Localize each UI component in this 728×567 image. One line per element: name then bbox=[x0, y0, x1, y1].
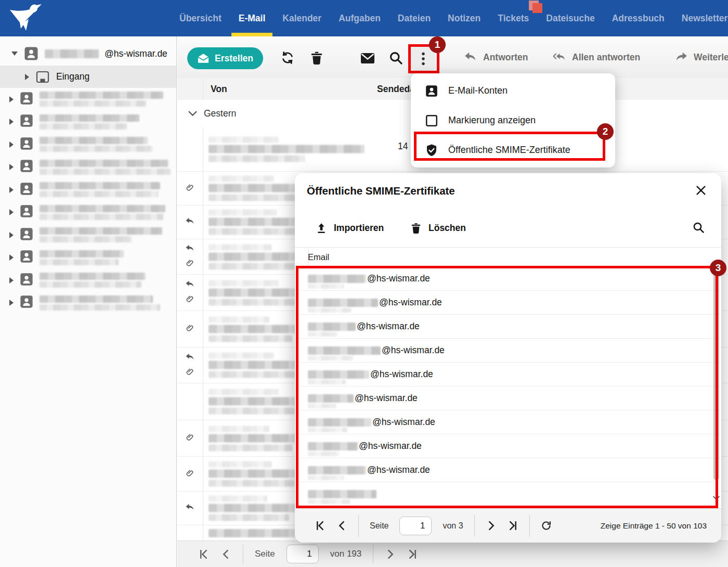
account-avatar-icon bbox=[19, 113, 34, 130]
tab-tickets[interactable]: Tickets bbox=[498, 0, 529, 36]
reply-all-button[interactable]: Allen antworten bbox=[553, 49, 640, 65]
redacted-line bbox=[209, 195, 299, 201]
account-item[interactable] bbox=[0, 178, 176, 201]
import-button[interactable]: Importieren bbox=[316, 221, 384, 235]
app-logo-bird-icon[interactable] bbox=[8, 3, 43, 34]
refresh-icon[interactable] bbox=[280, 50, 295, 65]
tab-e-mail[interactable]: E-Mail bbox=[239, 0, 266, 36]
account-item[interactable] bbox=[0, 247, 176, 269]
account-item-active[interactable]: @hs-wismar.de bbox=[0, 42, 176, 66]
certificate-row[interactable]: @hs-wismar.de bbox=[295, 363, 721, 386]
account-item[interactable] bbox=[0, 201, 176, 224]
account-item[interactable] bbox=[0, 88, 176, 111]
cert-page-input[interactable] bbox=[399, 517, 432, 535]
next-page-icon[interactable] bbox=[486, 520, 497, 531]
tab--bersicht[interactable]: Übersicht bbox=[179, 0, 222, 36]
account-item[interactable] bbox=[0, 269, 176, 292]
reply-button[interactable]: Antworten bbox=[464, 49, 528, 65]
certificate-row[interactable] bbox=[295, 482, 721, 506]
column-date[interactable]: Sendeda bbox=[377, 78, 415, 100]
certificate-row[interactable]: @hs-wismar.de bbox=[295, 410, 721, 434]
column-email[interactable]: Email bbox=[308, 248, 329, 266]
expand-caret-icon[interactable] bbox=[9, 209, 14, 215]
expand-caret-icon[interactable] bbox=[9, 119, 14, 125]
email-domain: @hs-wismar.de bbox=[379, 297, 442, 308]
redacted-account-name bbox=[40, 160, 171, 175]
certificate-row[interactable]: @hs-wismar.de bbox=[295, 339, 721, 363]
scroll-down-icon[interactable] bbox=[713, 496, 720, 500]
redacted-line bbox=[308, 428, 347, 432]
mail-icon[interactable] bbox=[360, 52, 375, 65]
redacted-line bbox=[40, 250, 124, 257]
menu-item-markierung-anzeigen[interactable]: Markierung anzeigen bbox=[411, 106, 615, 135]
first-page-icon[interactable] bbox=[315, 520, 326, 531]
expand-caret-icon[interactable] bbox=[9, 277, 14, 283]
certificate-row[interactable]: @hs-wismar.de bbox=[295, 458, 721, 482]
tab-aufgaben[interactable]: Aufgaben bbox=[339, 0, 381, 36]
inbox-icon bbox=[36, 71, 49, 83]
compose-button[interactable]: Erstellen bbox=[187, 47, 263, 69]
certificate-row[interactable]: @hs-wismar.de bbox=[295, 386, 721, 410]
attachment-icon bbox=[185, 259, 195, 269]
delete-icon[interactable] bbox=[309, 50, 324, 65]
account-item[interactable] bbox=[0, 292, 176, 315]
column-from[interactable]: Von bbox=[211, 78, 227, 100]
tab-label: Dateien bbox=[398, 13, 431, 24]
tab-newsletter[interactable]: Newsletter bbox=[682, 0, 728, 36]
expand-caret-icon[interactable] bbox=[9, 254, 14, 261]
expand-caret-icon[interactable] bbox=[9, 141, 14, 148]
redacted-account-name bbox=[45, 49, 99, 58]
tab-notizen[interactable]: Notizen bbox=[448, 0, 480, 36]
certificate-row[interactable]: @hs-wismar.de bbox=[295, 434, 721, 458]
reply-status-icon bbox=[185, 353, 195, 364]
redacted-line bbox=[209, 145, 365, 153]
account-avatar-icon bbox=[19, 159, 34, 175]
tab-dateisuche[interactable]: Dateisuche bbox=[546, 0, 594, 36]
expand-caret-icon[interactable] bbox=[9, 187, 14, 193]
redacted-account-name bbox=[40, 205, 165, 220]
mail-row-status-icons bbox=[177, 525, 203, 540]
prev-page-icon[interactable] bbox=[336, 520, 347, 531]
scrollbar-track[interactable] bbox=[713, 268, 719, 505]
page-input[interactable] bbox=[287, 545, 319, 563]
redacted-line bbox=[209, 389, 279, 395]
scrollbar-thumb[interactable] bbox=[713, 268, 719, 480]
reload-icon[interactable] bbox=[541, 520, 552, 531]
search-icon[interactable] bbox=[388, 50, 403, 65]
tab-label: E-Mail bbox=[239, 13, 266, 24]
mail-row-status-icons bbox=[177, 383, 203, 420]
account-avatar-icon bbox=[19, 136, 34, 153]
redacted-line bbox=[40, 146, 153, 152]
search-certs-icon[interactable] bbox=[692, 221, 705, 234]
expand-caret-icon[interactable] bbox=[25, 74, 29, 80]
account-item[interactable] bbox=[0, 224, 176, 247]
last-page-icon[interactable] bbox=[407, 549, 418, 560]
expand-caret-icon[interactable] bbox=[9, 300, 14, 306]
close-icon[interactable] bbox=[695, 185, 707, 196]
menu-item-smime-zertifikate[interactable]: Öffentliche SMIME-Zertifikate bbox=[411, 135, 615, 165]
account-avatar-icon bbox=[19, 294, 34, 311]
expand-caret-icon[interactable] bbox=[9, 96, 14, 102]
redacted-line bbox=[209, 514, 289, 521]
tab-kalender[interactable]: Kalender bbox=[282, 0, 321, 36]
expand-caret-icon[interactable] bbox=[9, 232, 14, 238]
prev-page-icon[interactable] bbox=[220, 549, 231, 560]
tab-dateien[interactable]: Dateien bbox=[398, 0, 431, 36]
forward-button[interactable]: Weiterleit bbox=[674, 49, 728, 65]
expand-caret-icon[interactable] bbox=[9, 164, 14, 170]
sidebar-item-eingang[interactable]: Eingang bbox=[0, 66, 176, 88]
tab-adressbuch[interactable]: Adressbuch bbox=[612, 0, 665, 36]
collapse-caret-icon[interactable] bbox=[11, 51, 18, 56]
redacted-email-localpart bbox=[308, 442, 358, 450]
menu-item-email-konten[interactable]: E-Mail-Konten bbox=[411, 76, 615, 106]
certificate-row[interactable]: @hs-wismar.de bbox=[295, 267, 721, 291]
account-item[interactable] bbox=[0, 133, 176, 156]
certificate-row[interactable]: @hs-wismar.de bbox=[295, 291, 721, 315]
certificate-row[interactable]: @hs-wismar.de bbox=[295, 315, 721, 339]
first-page-icon[interactable] bbox=[198, 549, 209, 560]
account-item[interactable] bbox=[0, 156, 176, 179]
last-page-icon[interactable] bbox=[508, 520, 518, 531]
delete-cert-button[interactable]: Löschen bbox=[410, 221, 466, 235]
account-item[interactable] bbox=[0, 111, 176, 134]
next-page-icon[interactable] bbox=[385, 549, 396, 560]
